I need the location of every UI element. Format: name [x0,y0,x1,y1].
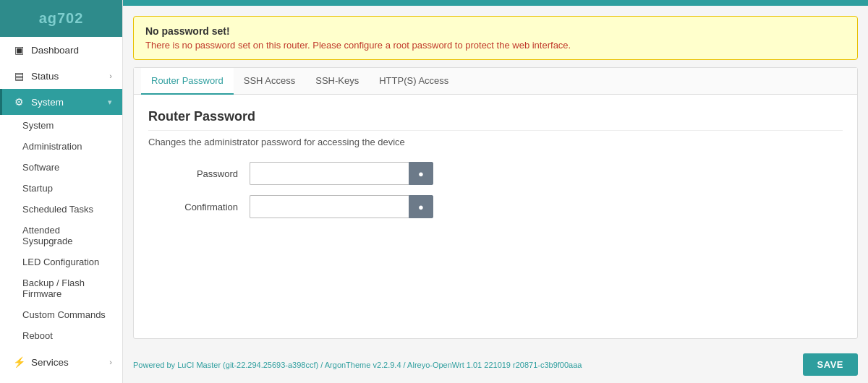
sidebar-item-system[interactable]: ⚙ System ▾ [0,89,122,115]
sidebar-sub-item-attended-sysupgrade[interactable]: Attended Sysupgrade [0,220,122,251]
chevron-right-icon: › [109,358,112,366]
chevron-right-icon: › [109,72,112,80]
confirmation-input[interactable] [250,195,409,218]
main-content: No password set! There is no password se… [123,0,868,383]
sidebar-sub-item-scheduled-tasks[interactable]: Scheduled Tasks [0,199,122,220]
sidebar-item-dashboard[interactable]: ▣ Dashboard [0,37,122,63]
password-toggle-button[interactable]: ● [409,162,433,185]
sidebar-item-services[interactable]: ⚡ Services › [0,349,122,375]
footer: Powered by LuCI Master (git-22.294.25693… [123,346,868,383]
sidebar-item-status[interactable]: ▤ Status › [0,63,122,89]
sidebar-item-label: Services [31,357,69,368]
sidebar-sub-item-custom-commands[interactable]: Custom Commands [0,304,122,325]
alert-banner: No password set! There is no password se… [133,16,858,60]
sidebar-item-label: System [31,97,64,108]
sidebar-item-network[interactable]: ◈ Network › [0,375,122,383]
password-row: Password ● [148,162,843,185]
form-section: Router Password Changes the administrato… [134,95,857,240]
tab-ssh-keys[interactable]: SSH-Keys [305,68,369,95]
chevron-down-icon: ▾ [108,98,112,107]
sidebar-item-label: Dashboard [31,45,79,56]
tab-bar: Router Password SSH Access SSH-Keys HTTP… [134,68,857,95]
confirmation-toggle-button[interactable]: ● [409,195,433,218]
alert-title: No password set! [145,25,846,37]
form-description: Changes the administrator password for a… [148,137,843,147]
confirmation-input-group: ● [250,195,433,218]
sidebar-sub-item-startup[interactable]: Startup [0,178,122,199]
sidebar-sub-item-software[interactable]: Software [0,157,122,178]
top-bar [123,0,868,6]
tab-https-access[interactable]: HTTP(S) Access [369,68,459,95]
sidebar-sub-item-administration[interactable]: Administration [0,136,122,157]
sidebar-sub-item-led-configuration[interactable]: LED Configuration [0,251,122,272]
status-icon: ▤ [12,69,25,82]
sidebar: ag702 ▣ Dashboard ▤ Status › ⚙ System ▾ … [0,0,123,383]
sidebar-sub-item-backup-flash-firmware[interactable]: Backup / Flash Firmware [0,272,122,304]
tab-router-password[interactable]: Router Password [141,68,234,95]
logo: ag702 [0,0,122,37]
sidebar-sub-item-reboot[interactable]: Reboot [0,325,122,346]
content-card: Router Password SSH Access SSH-Keys HTTP… [133,67,858,339]
alert-body: There is no password set on this router.… [145,40,846,51]
password-label: Password [148,168,250,179]
save-button[interactable]: SAVE [803,353,858,376]
sidebar-sub-item-system[interactable]: System [0,115,122,136]
system-icon: ⚙ [12,95,25,108]
confirmation-label: Confirmation [148,202,250,212]
form-title: Router Password [148,109,843,131]
sidebar-item-label: Status [31,71,59,82]
password-input-group: ● [250,162,433,185]
footer-text: Powered by LuCI Master (git-22.294.25693… [133,361,582,369]
dashboard-icon: ▣ [12,43,25,56]
tab-ssh-access[interactable]: SSH Access [234,68,306,95]
password-input[interactable] [250,162,409,185]
services-icon: ⚡ [12,356,25,369]
confirmation-row: Confirmation ● [148,195,843,218]
